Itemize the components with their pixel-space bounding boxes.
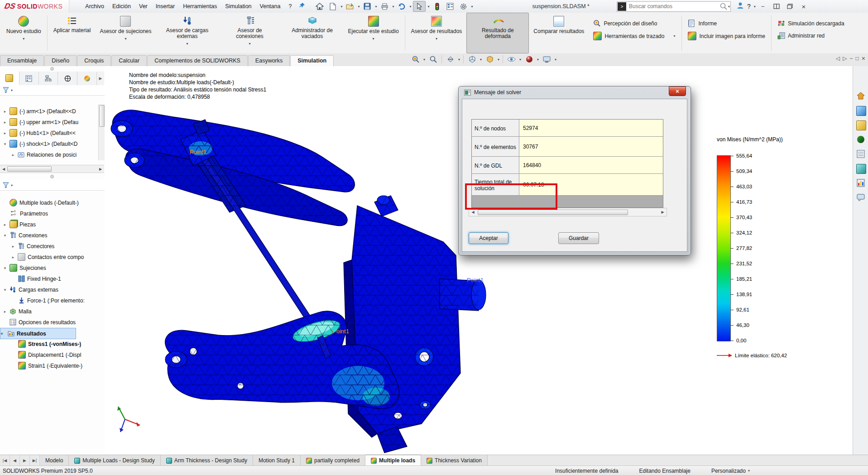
doc-close-icon[interactable]: × <box>862 55 865 62</box>
tab-scroll-prev-icon[interactable]: ◀ <box>10 455 20 466</box>
simulation-taskpane-icon[interactable] <box>856 178 865 187</box>
tree-item-hub1[interactable]: ▸(-) Hub1<1> (Default<< <box>0 128 104 138</box>
design-insight-button[interactable]: Percepción del diseño <box>591 19 677 28</box>
tab-croquis[interactable]: Croquis <box>77 55 111 66</box>
tab-easyworks[interactable]: Easyworks <box>248 55 290 66</box>
new-document-button[interactable] <box>327 1 339 11</box>
feature-tree-vscrollbar[interactable] <box>98 104 105 160</box>
study-item-sujeciones[interactable]: ▾Sujeciones <box>0 263 104 273</box>
properties-button[interactable] <box>444 1 456 11</box>
dimxpert-tab[interactable] <box>58 72 77 85</box>
select-caret-icon[interactable]: ▾ <box>427 5 429 9</box>
zoom-to-fit-icon[interactable] <box>410 54 421 64</box>
help-caret-icon[interactable]: ▾ <box>754 5 756 9</box>
magnifier-icon[interactable] <box>719 2 728 10</box>
menu-simulation[interactable]: Simulation <box>221 0 255 13</box>
study-item-parametros[interactable]: a=?x=?Parámetros <box>0 208 112 219</box>
menu-ver[interactable]: Ver <box>135 0 152 13</box>
view-orientation-icon[interactable] <box>466 54 478 64</box>
compare-results-button[interactable]: Comparar resultados <box>529 13 589 53</box>
external-loads-advisor-button[interactable]: Asesor de cargas externas▾ <box>156 13 219 53</box>
study-item-resultados[interactable]: ▾Resultados <box>0 328 76 339</box>
report-button[interactable]: Informe <box>686 19 767 28</box>
new-study-button[interactable]: Nuevo estudio▾ <box>2 13 46 53</box>
apply-material-button[interactable]: Aplicar material <box>49 13 96 53</box>
tab-diseno[interactable]: Diseño <box>44 55 77 66</box>
help-icon[interactable]: ? <box>744 0 753 13</box>
minimize-button[interactable]: − <box>756 1 770 11</box>
featuremanager-tab[interactable] <box>0 72 19 85</box>
scroll-right-icon[interactable]: ▶ <box>659 210 667 214</box>
filter-caret-icon[interactable]: ▾ <box>11 88 13 92</box>
shell-manager-button[interactable]: Administrador de vaciados <box>281 13 344 53</box>
design-library-icon[interactable] <box>856 106 866 116</box>
menu-ventana[interactable]: Ventana <box>256 0 285 13</box>
bottom-tab-motion-study[interactable]: Motion Study 1 <box>253 455 301 466</box>
plot-tools-button[interactable]: Herramientas de trazado ▾ <box>591 31 677 41</box>
view-palette-icon[interactable] <box>856 135 865 144</box>
bottom-tab-modelo[interactable]: Modelo <box>40 455 69 466</box>
tree-item-upper-arm[interactable]: ▸(-) upper arm<1> (Defau <box>0 117 104 127</box>
hide-show-items-icon[interactable] <box>506 54 517 64</box>
new-caret-icon[interactable]: ▾ <box>340 5 342 9</box>
restore-button[interactable] <box>770 1 783 11</box>
menu-herramientas[interactable]: Herramientas <box>179 0 221 13</box>
maximize-button[interactable] <box>783 1 797 11</box>
tab-complementos[interactable]: Complementos de SOLIDWORKS <box>147 55 248 66</box>
command-search[interactable]: > ▾ <box>617 1 731 12</box>
study-item-piezas[interactable]: ▸Piezas <box>0 219 104 230</box>
configurationmanager-tab[interactable] <box>39 72 58 85</box>
panel-splitter-top[interactable] <box>0 66 104 72</box>
filter-caret-icon[interactable]: ▾ <box>11 183 13 187</box>
fixtures-advisor-button[interactable]: Asesor de sujeciones▾ <box>95 13 156 53</box>
edit-appearance-icon[interactable] <box>523 54 535 64</box>
results-advisor-button[interactable]: Asesor de resultados▾ <box>407 13 467 53</box>
tab-scroll-first-icon[interactable]: |◀ <box>0 455 10 466</box>
study-item-conexiones[interactable]: ▾Conexiones <box>0 230 104 240</box>
save-caret-icon[interactable]: ▾ <box>375 5 377 9</box>
rebuild-button[interactable] <box>431 1 443 11</box>
user-account-icon[interactable] <box>736 1 744 11</box>
panel-splitter-mid[interactable] <box>0 174 104 179</box>
study-item-strain1[interactable]: Strain1 (-Equivalente-) <box>0 360 120 371</box>
bottom-tab-arm-thickness-ds[interactable]: Arm Thickness - Design Study <box>161 455 253 466</box>
bottom-tab-partially-completed[interactable]: partially completed <box>301 455 365 466</box>
offloaded-simulation-button[interactable]: Simulación descargada <box>776 19 846 28</box>
tab-simulation[interactable]: Simulation <box>290 55 334 66</box>
study-item-opciones-resultados[interactable]: Opciones de resultados <box>0 317 104 327</box>
tree-item-arm[interactable]: ▸(-) arm<1> (Default<<D <box>0 106 104 116</box>
doc-restore-icon[interactable]: □ <box>856 55 859 62</box>
custom-properties-icon[interactable] <box>856 164 866 174</box>
study-item-root[interactable]: Multiple loads (-Default-) <box>0 197 104 208</box>
menu-insertar[interactable]: Insertar <box>152 0 179 13</box>
tab-scroll-last-icon[interactable]: ▶| <box>30 455 40 466</box>
file-explorer-icon[interactable] <box>856 120 866 130</box>
include-image-report-button[interactable]: Incluir imagen para informe <box>686 31 767 41</box>
manage-network-button[interactable]: Administrar red <box>776 31 846 40</box>
options-caret-icon[interactable]: ▾ <box>471 5 473 9</box>
print-caret-icon[interactable]: ▾ <box>392 5 394 9</box>
menu-edicion[interactable]: Edición <box>108 0 135 13</box>
menu-archivo[interactable]: Archivo <box>81 0 108 13</box>
displaymanager-tab[interactable] <box>77 72 97 85</box>
feature-tree-filter[interactable]: ▾ <box>0 85 107 96</box>
solidworks-resources-icon[interactable] <box>856 91 865 101</box>
doc-next-icon[interactable]: ▷ <box>843 55 847 62</box>
open-button[interactable] <box>344 1 356 11</box>
undo-caret-icon[interactable]: ▾ <box>409 5 411 9</box>
feature-tree-hscrollbar[interactable]: ◀▶ <box>0 165 104 173</box>
run-study-button[interactable]: Ejecutar este estudio▾ <box>344 13 403 53</box>
tab-ensamblaje[interactable]: Ensamblaje <box>0 55 44 66</box>
customize-caret-icon[interactable]: ▾ <box>748 469 750 473</box>
bottom-tab-multiple-loads[interactable]: Multiple loads <box>365 455 421 466</box>
study-item-stress1[interactable]: Stress1 (-vonMises-) <box>0 339 120 349</box>
save-button-dialog[interactable]: Guardar <box>558 232 599 244</box>
undo-button[interactable] <box>396 1 408 11</box>
bottom-tab-multiple-loads-ds[interactable]: Multiple Loads - Design Study <box>69 455 160 466</box>
pin-icon[interactable] <box>298 2 306 11</box>
study-item-cargas[interactable]: ▾Cargas externas <box>0 284 104 295</box>
section-view-icon[interactable] <box>445 54 456 64</box>
panel-tabs-overflow-icon[interactable]: ▶ <box>97 72 104 85</box>
print-button[interactable] <box>379 1 390 11</box>
doc-minimize-icon[interactable]: − <box>850 55 853 62</box>
